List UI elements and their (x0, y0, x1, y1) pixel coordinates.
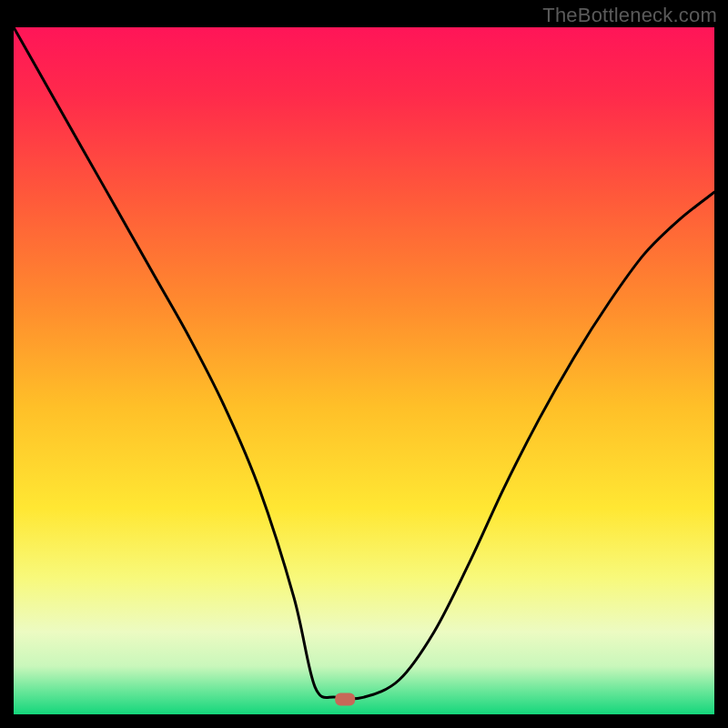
gradient-background (14, 27, 714, 714)
optimal-marker (335, 693, 355, 705)
chart-frame: TheBottleneck.com (0, 0, 728, 728)
chart-plot (14, 27, 714, 714)
chart-svg (14, 27, 714, 714)
watermark-text: TheBottleneck.com (542, 4, 717, 27)
